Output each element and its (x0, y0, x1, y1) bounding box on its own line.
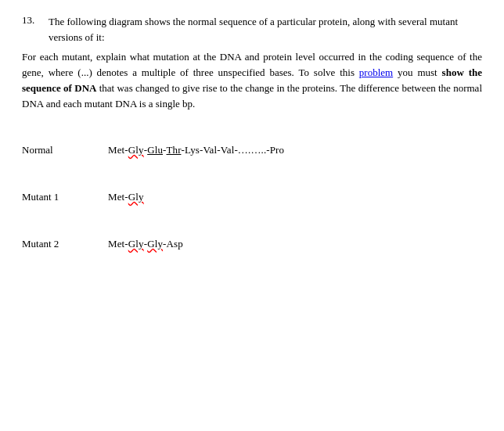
mutant2-value: Met-Gly-Gly-Asp (108, 238, 183, 250)
mutant2-label: Mutant 2 (22, 238, 108, 250)
normal-glu: Glu (147, 144, 163, 156)
sequence-section: Normal Met-Gly-Glu-Thr-Lys-Val-Val-….…..… (22, 127, 482, 268)
problem-link[interactable]: problem (359, 66, 393, 78)
normal-thr: Thr (167, 144, 182, 156)
question-number-label: 13. (22, 14, 44, 45)
question-body: For each mutant, explain what mutation a… (22, 49, 482, 113)
normal-label: Normal (22, 144, 108, 156)
mutant1-gly: Gly (128, 191, 144, 203)
mutant2-sequence-row: Mutant 2 Met-Gly-Gly-Asp (22, 221, 482, 268)
mutant2-gly1: Gly (128, 238, 144, 250)
normal-gly: Gly (128, 144, 144, 156)
question-intro: The following diagram shows the normal s… (49, 14, 482, 45)
normal-sequence-row: Normal Met-Gly-Glu-Thr-Lys-Val-Val-….…..… (22, 127, 482, 174)
normal-value: Met-Gly-Glu-Thr-Lys-Val-Val-….…..-Pro (108, 144, 284, 156)
mutant1-value: Met-Gly (108, 191, 144, 203)
body-text-2: you must (393, 66, 441, 78)
mutant1-label: Mutant 1 (22, 191, 108, 203)
question-container: 13. The following diagram shows the norm… (22, 14, 482, 268)
mutant2-gly2: Gly (147, 238, 163, 250)
question-header: 13. The following diagram shows the norm… (22, 14, 482, 45)
mutant1-sequence-row: Mutant 1 Met-Gly (22, 174, 482, 221)
